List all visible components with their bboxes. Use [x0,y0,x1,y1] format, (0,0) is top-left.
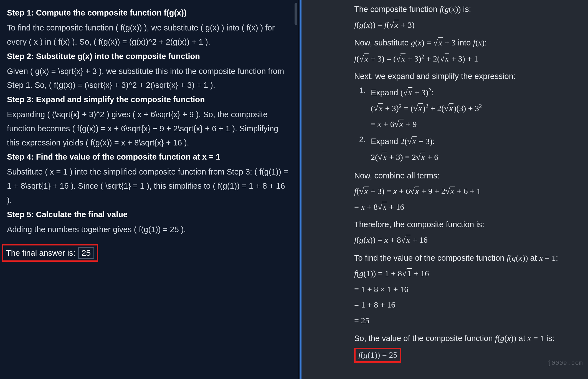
expand-item-2: 2. Expand 2(x + 3): 2(x + 3) = 2x + 6 [354,135,580,165]
combine-text: Now, combine all terms: [354,170,580,182]
step-2-body: Given ( g(x) = \sqrt{x} + 3 ), we substi… [7,64,291,93]
left-solution-panel: Step 1: Compute the composite function f… [0,0,298,379]
step-5: Step 5: Calculate the final value Adding… [7,210,291,237]
scrollbar-thumb[interactable] [295,3,297,25]
calc-line4: = 25 [354,314,580,327]
calc-line3: = 1 + 8 + 16 [354,298,580,311]
item2-label: Expand 2(x + 3): [371,135,580,148]
substitute-text: Now, substitute g(x) = x + 3 into f(x): [354,36,580,49]
item1-line2: = x + 6x + 9 [371,118,580,131]
final-eq: f(g(1)) = 25 [358,350,397,359]
intro-text: The composite function f(g(x)) is: [354,3,580,16]
item2-line1: 2(x + 3) = 2x + 6 [371,151,580,164]
right-solution-panel: The composite function f(g(x)) is: f(g(x… [301,0,588,379]
find-text: To find the value of the composite funct… [354,252,580,265]
step-2-title: Step 2: Substitute g(x) into the composi… [7,52,291,61]
step-4-title: Step 4: Find the value of the composite … [7,152,291,162]
list-number-2: 2. [358,135,366,144]
step-1-title: Step 1: Compute the composite function f… [7,8,291,17]
final-answer-label: The final answer is: [6,249,75,258]
step-2: Step 2: Substitute g(x) into the composi… [7,52,291,93]
item1-label: Expand (x + 3)2: [371,86,580,99]
step-3-title: Step 3: Expand and simplify the composit… [7,95,291,104]
final-answer-value: 25 [78,247,94,259]
therefore-text: Therefore, the composite function is: [354,218,580,231]
calc-line2: = 1 + 8 × 1 + 16 [354,283,580,296]
step-5-title: Step 5: Calculate the final value [7,210,291,219]
eq-1: f(g(x)) = f(x + 3) [354,19,580,32]
panel-divider[interactable] [298,0,301,379]
final-result-highlight: f(g(1)) = 25 [354,348,401,363]
step-3: Step 3: Expand and simplify the composit… [7,95,291,150]
expand-text: Next, we expand and simplify the express… [354,70,580,83]
watermark-text: j000e.com [548,360,583,367]
step-4: Step 4: Find the value of the composite … [7,152,291,207]
combine-line1: f(x + 3) = x + 6x + 9 + 2x + 6 + 1 [354,185,580,198]
so-text: So, the value of the composite function … [354,332,580,345]
eq-2: f(x + 3) = (x + 3)2 + 2(x + 3) + 1 [354,52,580,65]
expand-item-1: 1. Expand (x + 3)2: (x + 3)2 = (x)2 + 2(… [354,86,580,132]
step-5-body: Adding the numbers together gives ( f(g(… [7,222,291,237]
item1-line1: (x + 3)2 = (x)2 + 2(x)(3) + 32 [371,102,580,115]
step-1-body: To find the composite function ( f(g(x))… [7,21,291,49]
list-number-1: 1. [358,86,366,95]
step-1: Step 1: Compute the composite function f… [7,8,291,49]
combine-line2: = x + 8x + 16 [354,201,580,214]
step-3-body: Expanding ( (\sqrt{x} + 3)^2 ) gives ( x… [7,107,291,150]
therefore-eq: f(g(x)) = x + 8x + 16 [354,234,580,247]
final-answer-highlight: The final answer is: 25 [2,244,98,262]
step-4-body: Substitute ( x = 1 ) into the simplified… [7,165,291,207]
calc-line1: f(g(1)) = 1 + 81 + 16 [354,267,580,280]
